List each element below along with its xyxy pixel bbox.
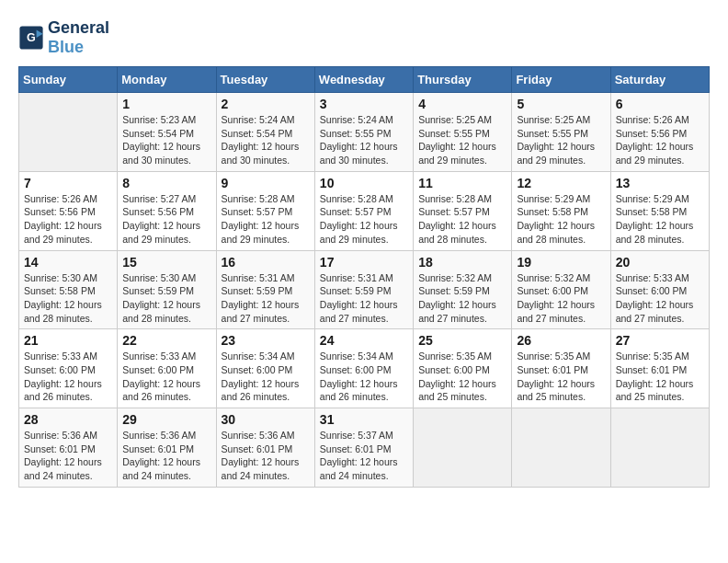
day-info: Sunrise: 5:24 AMSunset: 5:55 PMDaylight:… (320, 113, 408, 167)
calendar-cell: 15Sunrise: 5:30 AMSunset: 5:59 PMDayligh… (118, 250, 216, 329)
logo: G General Blue (18, 18, 109, 57)
day-info: Sunrise: 5:35 AMSunset: 6:00 PMDaylight:… (418, 350, 506, 404)
day-info: Sunrise: 5:34 AMSunset: 6:00 PMDaylight:… (320, 350, 408, 404)
day-number: 23 (222, 333, 310, 348)
header-cell-friday: Friday (512, 67, 610, 93)
day-number: 2 (222, 97, 310, 111)
day-number: 28 (24, 412, 112, 427)
week-row-5: 28Sunrise: 5:36 AMSunset: 6:01 PMDayligh… (19, 408, 710, 488)
calendar-cell: 21Sunrise: 5:33 AMSunset: 6:00 PMDayligh… (19, 329, 118, 408)
day-number: 5 (517, 97, 605, 111)
day-info: Sunrise: 5:25 AMSunset: 5:55 PMDaylight:… (418, 113, 506, 167)
day-number: 27 (616, 333, 704, 348)
day-info: Sunrise: 5:33 AMSunset: 6:00 PMDaylight:… (24, 350, 112, 404)
day-number: 20 (616, 255, 704, 270)
calendar-cell: 20Sunrise: 5:33 AMSunset: 6:00 PMDayligh… (610, 250, 709, 329)
day-number: 8 (122, 176, 210, 190)
day-info: Sunrise: 5:28 AMSunset: 5:57 PMDaylight:… (418, 192, 506, 247)
calendar-cell: 5Sunrise: 5:25 AMSunset: 5:55 PMDaylight… (512, 93, 610, 172)
calendar-header: SundayMondayTuesdayWednesdayThursdayFrid… (19, 67, 710, 93)
day-number: 13 (616, 176, 704, 190)
day-info: Sunrise: 5:30 AMSunset: 5:58 PMDaylight:… (24, 271, 112, 326)
calendar-cell: 12Sunrise: 5:29 AMSunset: 5:58 PMDayligh… (512, 171, 610, 250)
calendar-cell: 16Sunrise: 5:31 AMSunset: 5:59 PMDayligh… (216, 250, 314, 329)
calendar-cell: 30Sunrise: 5:36 AMSunset: 6:01 PMDayligh… (216, 408, 314, 488)
day-info: Sunrise: 5:28 AMSunset: 5:57 PMDaylight:… (320, 192, 408, 247)
calendar-cell (610, 408, 709, 488)
day-info: Sunrise: 5:34 AMSunset: 6:00 PMDaylight:… (222, 350, 310, 404)
calendar-cell: 31Sunrise: 5:37 AMSunset: 6:01 PMDayligh… (314, 408, 413, 488)
calendar-table: SundayMondayTuesdayWednesdayThursdayFrid… (18, 66, 710, 488)
header-cell-tuesday: Tuesday (216, 67, 314, 93)
day-number: 9 (222, 176, 310, 190)
calendar-cell: 26Sunrise: 5:35 AMSunset: 6:01 PMDayligh… (512, 329, 610, 408)
day-number: 26 (517, 333, 605, 348)
day-number: 11 (418, 176, 506, 190)
calendar-cell: 2Sunrise: 5:24 AMSunset: 5:54 PMDaylight… (216, 93, 314, 172)
header-cell-saturday: Saturday (610, 67, 709, 93)
day-info: Sunrise: 5:23 AMSunset: 5:54 PMDaylight:… (122, 113, 210, 167)
day-info: Sunrise: 5:24 AMSunset: 5:54 PMDaylight:… (222, 113, 310, 167)
day-info: Sunrise: 5:33 AMSunset: 6:00 PMDaylight:… (616, 271, 704, 326)
day-number: 16 (222, 255, 310, 270)
day-info: Sunrise: 5:32 AMSunset: 5:59 PMDaylight:… (418, 271, 506, 326)
calendar-cell (414, 408, 512, 488)
calendar-cell: 4Sunrise: 5:25 AMSunset: 5:55 PMDaylight… (414, 93, 512, 172)
week-row-1: 1Sunrise: 5:23 AMSunset: 5:54 PMDaylight… (19, 93, 710, 172)
logo-icon: G (18, 25, 44, 51)
calendar-cell: 18Sunrise: 5:32 AMSunset: 5:59 PMDayligh… (414, 250, 512, 329)
day-info: Sunrise: 5:26 AMSunset: 5:56 PMDaylight:… (616, 113, 704, 167)
header-row: SundayMondayTuesdayWednesdayThursdayFrid… (19, 67, 710, 93)
day-info: Sunrise: 5:27 AMSunset: 5:56 PMDaylight:… (122, 192, 210, 247)
day-number: 31 (320, 412, 408, 427)
svg-text:G: G (27, 31, 36, 44)
day-number: 4 (418, 97, 506, 111)
week-row-2: 7Sunrise: 5:26 AMSunset: 5:56 PMDaylight… (19, 171, 710, 250)
calendar-cell: 17Sunrise: 5:31 AMSunset: 5:59 PMDayligh… (314, 250, 413, 329)
day-number: 24 (320, 333, 408, 348)
day-info: Sunrise: 5:35 AMSunset: 6:01 PMDaylight:… (517, 350, 605, 404)
calendar-cell: 27Sunrise: 5:35 AMSunset: 6:01 PMDayligh… (610, 329, 709, 408)
week-row-4: 21Sunrise: 5:33 AMSunset: 6:00 PMDayligh… (19, 329, 710, 408)
day-info: Sunrise: 5:31 AMSunset: 5:59 PMDaylight:… (222, 271, 310, 326)
day-info: Sunrise: 5:37 AMSunset: 6:01 PMDaylight:… (320, 429, 408, 483)
day-number: 12 (517, 176, 605, 190)
calendar-cell: 22Sunrise: 5:33 AMSunset: 6:00 PMDayligh… (118, 329, 216, 408)
day-number: 6 (616, 97, 704, 111)
calendar-cell: 25Sunrise: 5:35 AMSunset: 6:00 PMDayligh… (414, 329, 512, 408)
day-info: Sunrise: 5:33 AMSunset: 6:00 PMDaylight:… (122, 350, 210, 404)
calendar-cell: 13Sunrise: 5:29 AMSunset: 5:58 PMDayligh… (610, 171, 709, 250)
calendar-cell: 9Sunrise: 5:28 AMSunset: 5:57 PMDaylight… (216, 171, 314, 250)
calendar-cell: 7Sunrise: 5:26 AMSunset: 5:56 PMDaylight… (19, 171, 118, 250)
logo-text-general: General (48, 18, 109, 38)
day-number: 10 (320, 176, 408, 190)
day-number: 25 (418, 333, 506, 348)
page-header: G General Blue (18, 18, 710, 57)
calendar-cell: 11Sunrise: 5:28 AMSunset: 5:57 PMDayligh… (414, 171, 512, 250)
calendar-cell: 29Sunrise: 5:36 AMSunset: 6:01 PMDayligh… (118, 408, 216, 488)
week-row-3: 14Sunrise: 5:30 AMSunset: 5:58 PMDayligh… (19, 250, 710, 329)
day-info: Sunrise: 5:30 AMSunset: 5:59 PMDaylight:… (122, 271, 210, 326)
calendar-cell: 23Sunrise: 5:34 AMSunset: 6:00 PMDayligh… (216, 329, 314, 408)
calendar-cell: 8Sunrise: 5:27 AMSunset: 5:56 PMDaylight… (118, 171, 216, 250)
day-number: 21 (24, 333, 112, 348)
day-info: Sunrise: 5:29 AMSunset: 5:58 PMDaylight:… (517, 192, 605, 247)
day-number: 15 (122, 255, 210, 270)
calendar-cell (512, 408, 610, 488)
calendar-cell: 24Sunrise: 5:34 AMSunset: 6:00 PMDayligh… (314, 329, 413, 408)
header-cell-thursday: Thursday (414, 67, 512, 93)
day-info: Sunrise: 5:29 AMSunset: 5:58 PMDaylight:… (616, 192, 704, 247)
calendar-cell: 14Sunrise: 5:30 AMSunset: 5:58 PMDayligh… (19, 250, 118, 329)
day-info: Sunrise: 5:36 AMSunset: 6:01 PMDaylight:… (24, 429, 112, 483)
day-number: 19 (517, 255, 605, 270)
day-info: Sunrise: 5:35 AMSunset: 6:01 PMDaylight:… (616, 350, 704, 404)
day-number: 1 (122, 97, 210, 111)
calendar-cell: 19Sunrise: 5:32 AMSunset: 6:00 PMDayligh… (512, 250, 610, 329)
day-number: 18 (418, 255, 506, 270)
day-number: 14 (24, 255, 112, 270)
day-number: 17 (320, 255, 408, 270)
day-info: Sunrise: 5:31 AMSunset: 5:59 PMDaylight:… (320, 271, 408, 326)
day-info: Sunrise: 5:36 AMSunset: 6:01 PMDaylight:… (122, 429, 210, 483)
header-cell-monday: Monday (118, 67, 216, 93)
calendar-cell: 3Sunrise: 5:24 AMSunset: 5:55 PMDaylight… (314, 93, 413, 172)
